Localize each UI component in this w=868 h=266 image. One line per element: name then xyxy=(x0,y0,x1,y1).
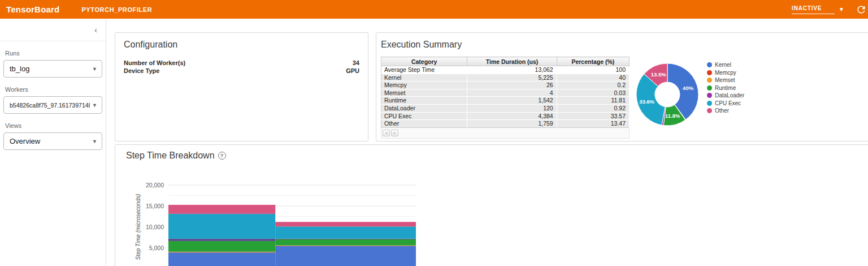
legend-dot-icon xyxy=(707,85,712,91)
pie-slice-label: 33.6% xyxy=(639,98,654,105)
dropdown-label: Workers xyxy=(5,86,102,93)
execution-summary-card: Execution Summary CategoryTime Duration … xyxy=(376,32,868,141)
config-label: Number of Worker(s) xyxy=(124,59,185,67)
bar-segment-other[interactable] xyxy=(168,205,275,214)
table-cell: 1,759 xyxy=(467,120,557,128)
pager-prev-icon[interactable]: ◂ xyxy=(383,130,390,136)
table-cell: 26 xyxy=(467,81,557,89)
dropdown-value: tb_log xyxy=(10,65,90,73)
bar-segment-memset[interactable] xyxy=(275,246,416,246)
legend-dot-icon xyxy=(707,62,712,67)
table-pager: ◂▸ xyxy=(381,128,630,139)
legend-dot-icon xyxy=(707,70,712,75)
dropdown-label: Views xyxy=(5,122,102,129)
sidebar-group-workers: Workersb54826ca8f75_97.1617397148571▼ xyxy=(3,86,102,114)
column-header-category: Category xyxy=(381,57,467,66)
bar-segment-cpu-exec[interactable] xyxy=(275,226,416,238)
table-row: Memcpy260.2 xyxy=(381,81,630,89)
pie-chart-wrap: 40%11.8%33.6%13.5% KernelMemcpyMemsetRun… xyxy=(635,59,744,128)
pie-legend: KernelMemcpyMemsetRuntimeDataLoaderCPU E… xyxy=(707,61,744,115)
bar-segment-memset[interactable] xyxy=(168,252,275,252)
bar-segment-memcpy[interactable] xyxy=(275,246,416,246)
table-cell: DataLoader xyxy=(381,104,467,112)
config-row: Device TypeGPU xyxy=(124,67,359,75)
table-cell: Kernel xyxy=(381,74,467,81)
sidebar: ‹ Runstb_log▼Workersb54826ca8f75_97.1617… xyxy=(0,19,106,266)
bar-segment-kernel[interactable] xyxy=(168,252,275,266)
tab-pytorch-profiler[interactable]: PYTORCH_PROFILER xyxy=(79,0,154,19)
table-cell: 0.92 xyxy=(557,104,629,112)
bar-segment-memcpy[interactable] xyxy=(168,252,275,252)
bar-segment-other[interactable] xyxy=(275,222,416,226)
legend-item-kernel[interactable]: Kernel xyxy=(707,61,744,69)
table-cell: Other xyxy=(381,120,467,128)
chevron-down-icon: ▼ xyxy=(839,6,844,14)
table-cell: 11.81 xyxy=(557,97,629,105)
table-cell: 100 xyxy=(557,66,629,74)
legend-item-dataloader[interactable]: DataLoader xyxy=(707,92,744,100)
legend-item-other[interactable]: Other xyxy=(707,107,744,115)
table-cell: CPU Exec xyxy=(381,112,467,120)
table-row: Average Step Time13,062100 xyxy=(381,66,630,74)
refresh-icon[interactable] xyxy=(856,4,867,15)
y-tick-label: 20,000 xyxy=(146,182,164,188)
bar-segment-runtime[interactable] xyxy=(275,239,416,246)
legend-item-cpu-exec[interactable]: CPU Exec xyxy=(707,100,744,108)
table-cell: Average Step Time xyxy=(381,66,467,74)
y-tick-label: 10,000 xyxy=(146,224,164,230)
sidebar-collapse-row: ‹ xyxy=(0,19,106,41)
run-status-select[interactable]: INACTIVE ▼ xyxy=(792,5,844,14)
table-row: Kernel5,22540 xyxy=(381,74,630,81)
y-tick-label: 15,000 xyxy=(146,203,164,209)
collapse-sidebar-icon[interactable]: ‹ xyxy=(94,25,97,34)
legend-label: Memcpy xyxy=(715,70,736,76)
table-cell: 40 xyxy=(557,74,629,81)
table-cell: 4,384 xyxy=(467,112,557,120)
table-cell: 13,062 xyxy=(467,66,557,74)
legend-label: DataLoader xyxy=(715,92,744,98)
column-header-percentage-: Percentage (%) xyxy=(557,57,629,66)
pie-slice-label: 13.5% xyxy=(651,71,666,78)
legend-item-runtime[interactable]: Runtime xyxy=(707,84,744,92)
table-cell: 0.2 xyxy=(557,81,629,89)
top-app-bar: TensorBoard PYTORCH_PROFILER INACTIVE ▼ xyxy=(0,0,868,19)
bar-segment-dataloader[interactable] xyxy=(275,239,416,239)
table-cell: 13.47 xyxy=(557,120,629,128)
config-value: 34 xyxy=(353,59,359,67)
y-axis-title: Step Time (microseconds) xyxy=(135,194,141,260)
configuration-card: Configuration Number of Worker(s)34Devic… xyxy=(115,32,368,141)
dropdown-workers[interactable]: b54826ca8f75_97.1617397148571▼ xyxy=(3,96,102,114)
table-cell: 120 xyxy=(467,104,557,112)
table-cell: Memset xyxy=(381,89,467,97)
execution-summary-table-wrap: CategoryTime Duration (us)Percentage (%)… xyxy=(381,50,630,139)
legend-label: Runtime xyxy=(715,85,736,91)
configuration-title: Configuration xyxy=(124,40,359,50)
pager-next-icon[interactable]: ▸ xyxy=(391,130,398,136)
bar-segment-runtime[interactable] xyxy=(168,241,275,252)
y-tick-label: 5,000 xyxy=(149,244,164,251)
bar-segment-cpu-exec[interactable] xyxy=(168,214,275,239)
execution-summary-table: CategoryTime Duration (us)Percentage (%)… xyxy=(381,57,630,128)
config-row: Number of Worker(s)34 xyxy=(124,59,359,67)
dropdown-views[interactable]: Overview▼ xyxy=(3,132,102,150)
table-cell: 5,225 xyxy=(467,74,557,81)
legend-dot-icon xyxy=(707,101,712,106)
legend-item-memcpy[interactable]: Memcpy xyxy=(707,69,744,77)
bar-segment-dataloader[interactable] xyxy=(168,239,275,241)
config-label: Device Type xyxy=(124,67,159,75)
dropdown-runs[interactable]: tb_log▼ xyxy=(3,60,102,78)
run-status-value: INACTIVE xyxy=(792,5,835,14)
execution-summary-title: Execution Summary xyxy=(381,40,868,50)
bar-segment-kernel[interactable] xyxy=(275,246,416,266)
legend-item-memset[interactable]: Memset xyxy=(707,76,744,84)
sidebar-group-views: ViewsOverview▼ xyxy=(3,122,102,150)
step-time-breakdown-chart: 05,00010,00015,00020,000Step Time (micro… xyxy=(115,145,545,266)
chevron-down-icon: ▼ xyxy=(92,102,97,108)
legend-label: Other xyxy=(715,108,729,114)
table-row: CPU Exec4,38433.57 xyxy=(381,112,630,120)
app-title: TensorBoard xyxy=(6,5,59,14)
legend-label: Kernel xyxy=(715,62,731,68)
help-icon[interactable]: ? xyxy=(218,152,226,160)
legend-label: CPU Exec xyxy=(715,100,741,106)
table-cell: 33.57 xyxy=(557,112,629,120)
